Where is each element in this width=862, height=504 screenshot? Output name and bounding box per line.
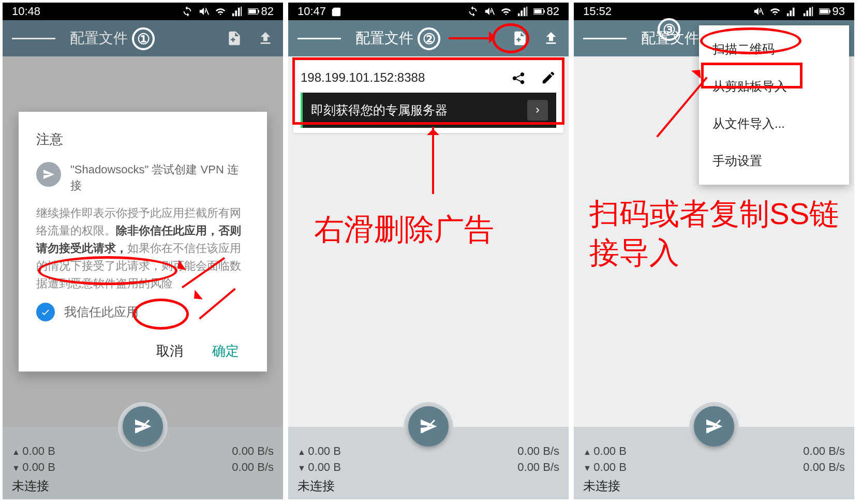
battery-indicator: 93 (819, 5, 845, 18)
volume-icon (198, 6, 210, 17)
download-total: 0.00 B (12, 459, 55, 476)
signal-icon (517, 6, 528, 17)
menu-import-file[interactable]: 从文件导入... (699, 105, 849, 142)
download-rate: 0.00 B/s (232, 459, 274, 476)
content-area: 注意 "Shadowsocks" 尝试创建 VPN 连接 继续操作即表示你授予此… (3, 56, 283, 427)
wifi-icon (215, 6, 226, 17)
status-bar: 10:47 82 (288, 3, 569, 20)
download-rate: 0.00 B/s (803, 459, 845, 476)
connection-status: 未连接 (298, 478, 559, 494)
download-total: 0.00 B (583, 459, 627, 476)
add-profile-button[interactable] (512, 30, 528, 47)
svg-line-5 (491, 8, 494, 15)
wifi-icon (500, 6, 512, 17)
anno-arrow-3-head (489, 31, 501, 43)
signal2-icon (802, 6, 814, 17)
dialog-backdrop: 注意 "Shadowsocks" 尝试创建 VPN 连接 继续操作即表示你授予此… (3, 56, 283, 427)
status-bar: 15:52 93 (574, 3, 854, 20)
battery-pct: 82 (261, 5, 274, 18)
volume-icon (484, 6, 495, 17)
battery-indicator: 82 (533, 5, 559, 18)
screen-2: 10:47 82 配置文件 (288, 3, 569, 499)
trust-label: 我信任此应用 (64, 304, 139, 320)
svg-rect-13 (829, 10, 830, 13)
trust-checkbox[interactable] (36, 303, 55, 321)
app-bar: 配置文件 (3, 20, 283, 56)
dialog-subtitle: "Shadowsocks" 尝试创建 VPN 连接 (70, 162, 249, 194)
content-area: 扫描二维码 从剪贴板导入 从文件导入... 手动设置 (574, 56, 854, 427)
svg-rect-12 (820, 9, 828, 13)
battery-indicator: 82 (248, 5, 274, 18)
menu-button[interactable] (583, 36, 627, 41)
wifi-icon (769, 6, 781, 17)
cancel-button[interactable]: 取消 (156, 342, 183, 360)
connect-fab[interactable] (408, 406, 449, 447)
ok-button[interactable]: 确定 (212, 342, 239, 360)
svg-line-0 (205, 8, 209, 15)
content-area: 198.199.101.152:8388 即刻获得您的专属服务器 (288, 56, 569, 427)
screen-1: 10:48 82 配置文件 (3, 3, 283, 499)
connect-fab[interactable] (694, 406, 734, 447)
server-address: 198.199.101.152:8388 (301, 70, 425, 85)
status-time: 15:52 (583, 5, 612, 18)
connect-fab[interactable] (123, 406, 163, 447)
volume-icon (753, 6, 764, 17)
status-time: 10:47 (298, 5, 326, 18)
status-time: 10:48 (12, 5, 40, 18)
anno-arrow-4-head (427, 123, 439, 135)
menu-import-clipboard[interactable]: 从剪贴板导入 (699, 68, 849, 105)
sync-icon (182, 6, 193, 17)
upload-total: 0.00 B (12, 443, 55, 459)
signal-icon (786, 6, 797, 17)
battery-pct: 93 (833, 5, 845, 18)
chevron-right-icon[interactable] (527, 100, 548, 121)
sync-icon (467, 6, 479, 17)
svg-rect-3 (258, 10, 259, 13)
upload-rate: 0.00 B/s (517, 443, 559, 459)
add-menu-popup: 扫描二维码 从剪贴板导入 从文件导入... 手动设置 (699, 25, 849, 185)
battery-pct: 82 (547, 5, 559, 18)
app-bar: 配置文件 (288, 20, 569, 56)
connection-status: 未连接 (583, 478, 845, 494)
signal-icon (231, 6, 243, 17)
upload-total: 0.00 B (583, 443, 627, 459)
profile-card[interactable]: 198.199.101.152:8388 即刻获得您的专属服务器 (293, 61, 563, 133)
status-bar: 10:48 82 (3, 3, 283, 20)
connection-status: 未连接 (12, 478, 274, 494)
ad-text: 即刻获得您的专属服务器 (311, 102, 448, 118)
svg-rect-2 (248, 9, 256, 13)
edit-icon[interactable] (541, 70, 556, 85)
sim-icon (330, 6, 341, 17)
svg-rect-8 (543, 10, 544, 13)
upload-rate: 0.00 B/s (232, 443, 274, 459)
footer-bar: 0.00 B 0.00 B 0.00 B/s 0.00 B/s 未连接 (288, 427, 569, 499)
menu-scan-qr[interactable]: 扫描二维码 (699, 31, 849, 68)
footer-bar: 0.00 B 0.00 B 0.00 B/s 0.00 B/s 未连接 (3, 427, 283, 499)
paper-plane-icon (36, 162, 61, 187)
footer-bar: 0.00 B 0.00 B 0.00 B/s 0.00 B/s 未连接 (574, 427, 854, 499)
download-total: 0.00 B (298, 459, 341, 476)
screen-3: 15:52 93 配置文件 扫描二维码 从剪贴板导入 从文件导入... 手动设 (574, 3, 854, 499)
upload-button[interactable] (543, 30, 559, 47)
download-rate: 0.00 B/s (517, 459, 559, 476)
menu-button[interactable] (298, 36, 341, 41)
upload-rate: 0.00 B/s (803, 443, 845, 459)
menu-manual[interactable]: 手动设置 (699, 142, 849, 180)
svg-rect-7 (534, 9, 541, 13)
svg-line-10 (760, 8, 763, 15)
vpn-dialog: 注意 "Shadowsocks" 尝试创建 VPN 连接 继续操作即表示你授予此… (19, 112, 267, 372)
share-icon[interactable] (511, 70, 526, 85)
dialog-body: 继续操作即表示你授予此应用拦截所有网络流量的权限。除非你信任此应用，否则请勿接受… (36, 204, 249, 292)
upload-total: 0.00 B (298, 443, 341, 459)
dialog-title: 注意 (36, 130, 249, 149)
anno-arrow-3-line (449, 37, 492, 39)
anno-arrow-4-line (432, 127, 434, 194)
